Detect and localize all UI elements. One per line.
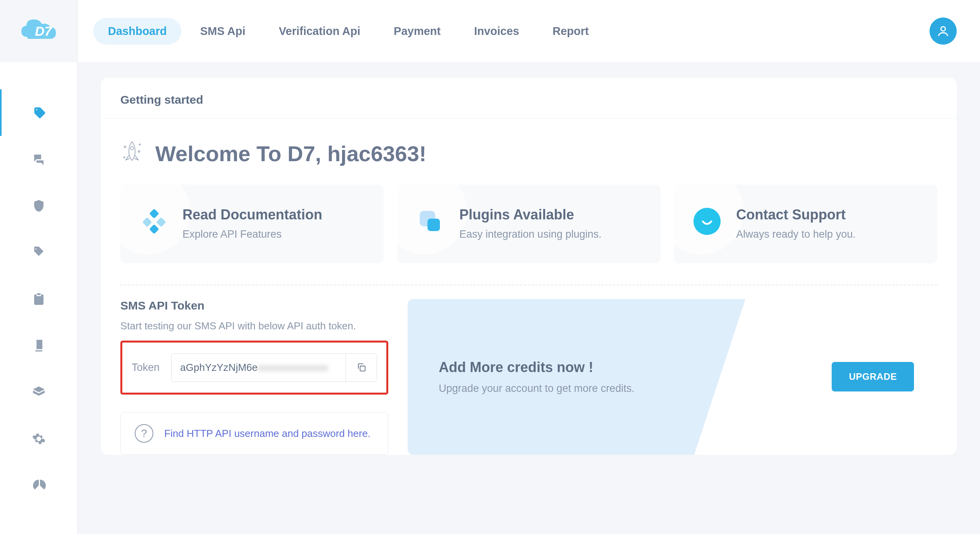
tab-sms-api[interactable]: SMS Api (185, 18, 260, 45)
getting-started-title: Getting started (120, 93, 937, 106)
sidebar-nav (0, 62, 77, 509)
tab-payment[interactable]: Payment (379, 18, 455, 45)
question-icon: ? (135, 424, 153, 443)
sidebar-item-billing[interactable] (0, 276, 77, 322)
tab-invoices[interactable]: Invoices (459, 18, 534, 45)
sidebar-item-docs[interactable] (0, 322, 77, 369)
main: Dashboard SMS Api Verification Api Payme… (78, 0, 980, 534)
token-subtext: Start testing our SMS API with below API… (120, 320, 388, 332)
svg-point-3 (124, 146, 126, 148)
welcome-heading: Welcome To D7, hjac6363! (155, 141, 426, 166)
token-value[interactable]: aGphYzYzNjM6exxxxxxxxxxxxxx (172, 354, 346, 381)
rocket-icon (120, 140, 144, 167)
tab-dashboard[interactable]: Dashboard (93, 18, 181, 45)
sidebar-item-messages[interactable] (0, 136, 77, 183)
diamond-icon (140, 208, 167, 235)
token-input-group: aGphYzYzNjM6exxxxxxxxxxxxxx (171, 353, 377, 382)
svg-rect-7 (149, 209, 159, 218)
http-api-hint: ? Find HTTP API username and password he… (120, 412, 388, 455)
chat-icon (32, 152, 46, 166)
svg-rect-10 (149, 224, 159, 234)
token-label: Token (132, 362, 160, 374)
card-plugins[interactable]: Plugins Available Easy integration using… (397, 184, 660, 263)
tags-icon (33, 106, 47, 120)
token-highlight-box: Token aGphYzYzNjM6exxxxxxxxxxxxxx (120, 341, 388, 395)
sidebar-item-settings[interactable] (0, 416, 77, 462)
tab-verification-api[interactable]: Verification Api (264, 18, 375, 45)
lower-row: SMS API Token Start testing our SMS API … (101, 285, 957, 455)
token-heading: SMS API Token (120, 299, 388, 312)
logo[interactable]: D7 (0, 0, 77, 62)
card-desc: Explore API Features (182, 227, 322, 242)
content: Getting started Welcome To D7, hjac6363! (78, 62, 980, 534)
sidebar-item-dashboard[interactable] (0, 89, 77, 136)
svg-point-4 (138, 151, 140, 152)
plugins-icon (417, 208, 444, 235)
svg-point-1 (941, 27, 945, 31)
cards-row: Read Documentation Explore API Features (101, 184, 957, 285)
sidebar-item-analytics[interactable] (0, 462, 77, 509)
clipboard-icon (32, 292, 46, 306)
card-title: Read Documentation (182, 206, 322, 223)
credits-desc: Upgrade your account to get more credits… (439, 383, 634, 395)
sidebar-item-layers[interactable] (0, 369, 77, 416)
svg-rect-12 (427, 219, 440, 231)
d7-logo-icon: D7 (16, 12, 62, 50)
svg-rect-13 (360, 366, 365, 371)
card-desc: Always ready to help you. (736, 227, 856, 242)
http-api-link[interactable]: Find HTTP API username and password here… (164, 426, 370, 440)
svg-rect-9 (156, 217, 166, 227)
nav-tabs: Dashboard SMS Api Verification Api Payme… (93, 18, 603, 45)
profile-button[interactable] (930, 17, 957, 45)
documents-icon (32, 339, 46, 353)
copy-token-button[interactable] (346, 354, 377, 381)
card-title: Plugins Available (459, 206, 601, 223)
panel-header: Getting started (101, 78, 957, 118)
user-icon (937, 24, 950, 38)
smile-icon (693, 208, 721, 235)
gear-icon (32, 432, 46, 446)
card-documentation[interactable]: Read Documentation Explore API Features (120, 184, 384, 263)
topbar: Dashboard SMS Api Verification Api Payme… (78, 0, 980, 62)
svg-point-6 (139, 144, 141, 145)
sidebar: D7 (0, 0, 78, 534)
credits-section: Add More credits now ! Upgrade your acco… (408, 299, 937, 455)
sidebar-item-verification[interactable] (0, 183, 77, 229)
pie-icon (32, 478, 46, 492)
price-tag-icon (32, 245, 46, 259)
copy-icon (356, 362, 367, 373)
card-desc: Easy integration using plugins. (459, 227, 601, 242)
svg-text:D7: D7 (35, 24, 53, 38)
svg-point-2 (130, 147, 134, 150)
layers-icon (32, 385, 46, 399)
card-support[interactable]: Contact Support Always ready to help you… (674, 184, 937, 263)
token-section: SMS API Token Start testing our SMS API … (120, 299, 388, 455)
svg-rect-8 (142, 217, 152, 227)
card-title: Contact Support (736, 206, 856, 223)
tab-report[interactable]: Report (538, 18, 603, 45)
upgrade-button[interactable]: UPGRADE (832, 362, 914, 391)
credits-title: Add More credits now ! (439, 359, 634, 376)
svg-point-5 (124, 157, 125, 158)
welcome-row: Welcome To D7, hjac6363! (101, 118, 957, 184)
dashboard-panel: Getting started Welcome To D7, hjac6363! (101, 78, 957, 455)
sidebar-item-pricing[interactable] (0, 229, 77, 276)
shield-icon (32, 199, 46, 213)
